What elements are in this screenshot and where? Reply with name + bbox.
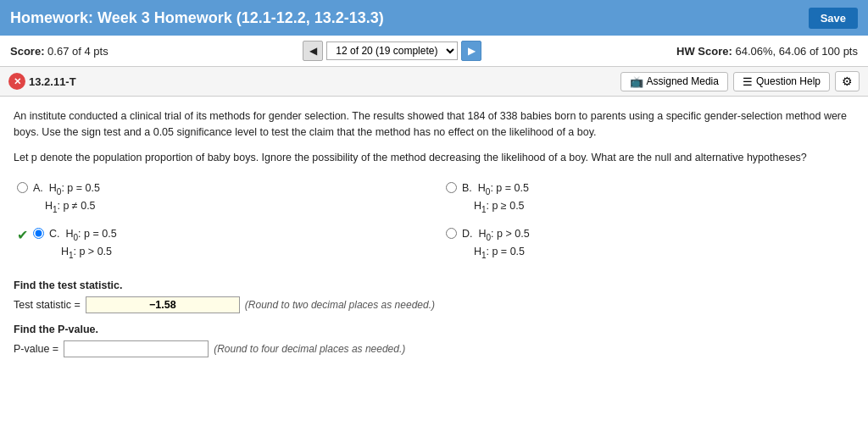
main-content: An institute conducted a clinical trial … xyxy=(0,97,868,379)
option-a-label: A. H0: p = 0.5 H1: p ≠ 0.5 xyxy=(33,180,100,216)
option-c-h1: H1: p > 0.5 xyxy=(49,246,112,257)
options-grid: A. H0: p = 0.5 H1: p ≠ 0.5 B. H0: p = 0.… xyxy=(14,178,854,264)
score-bar: Score: 0.67 of 4 pts ◀ 12 of 20 (19 comp… xyxy=(0,36,868,67)
option-b-h0: H0: p = 0.5 xyxy=(478,182,529,194)
option-b-label: B. H0: p = 0.5 H1: p ≥ 0.5 xyxy=(462,180,529,216)
option-a-radio[interactable] xyxy=(17,182,28,193)
toolbar: ✕ 13.2.11-T 📺 Assigned Media ☰ Question … xyxy=(0,67,868,97)
p-value-input[interactable] xyxy=(64,340,209,357)
test-statistic-label: Test statistic = xyxy=(14,299,81,311)
problem-text: An institute conducted a clinical trial … xyxy=(14,108,854,141)
option-d-h1: H1: p = 0.5 xyxy=(462,246,525,257)
question-id: 13.2.11-T xyxy=(29,75,76,88)
p-value-section-label: Find the P-value. xyxy=(14,324,854,335)
option-d-h0: H0: p > 0.5 xyxy=(478,228,529,240)
settings-button[interactable]: ⚙ xyxy=(835,71,860,91)
option-b-radio[interactable] xyxy=(446,182,457,193)
option-a: A. H0: p = 0.5 H1: p ≠ 0.5 xyxy=(14,178,426,219)
option-d-letter: D. xyxy=(462,228,476,240)
test-statistic-row: Test statistic = (Round to two decimal p… xyxy=(14,296,854,313)
page-title: Homework: Week 3 Homework (12.1-12.2, 13… xyxy=(10,9,384,27)
option-a-h0: H0: p = 0.5 xyxy=(49,182,100,194)
p-value-hint: (Round to four decimal places as needed.… xyxy=(214,343,405,355)
score-info: Score: 0.67 of 4 pts xyxy=(10,45,108,58)
hw-score: HW Score: 64.06%, 64.06 of 100 pts xyxy=(676,45,858,58)
option-d-radio[interactable] xyxy=(446,228,457,239)
nav-controls: ◀ 12 of 20 (19 complete) ▶ xyxy=(303,41,481,61)
option-c-radio[interactable] xyxy=(33,228,44,239)
option-a-letter: A. xyxy=(33,182,46,194)
toolbar-right: 📺 Assigned Media ☰ Question Help ⚙ xyxy=(620,71,860,91)
hypothesis-question: Let p denote the population proportion o… xyxy=(14,150,854,166)
test-statistic-input[interactable] xyxy=(86,296,240,313)
question-badge-icon: ✕ xyxy=(8,73,25,90)
correct-check-icon: ✔ xyxy=(17,227,28,243)
test-statistic-section-label: Find the test statistic. xyxy=(14,279,854,291)
hw-score-label: HW Score: xyxy=(676,45,732,58)
option-c-letter: C. xyxy=(49,228,63,240)
question-help-button[interactable]: ☰ Question Help xyxy=(733,72,830,91)
p-value-row: P-value = (Round to four decimal places … xyxy=(14,340,854,357)
question-help-label: Question Help xyxy=(756,75,821,87)
score-label: Score: xyxy=(10,45,44,58)
save-button[interactable]: Save xyxy=(809,8,858,29)
option-c-label: C. H0: p = 0.5 H1: p > 0.5 xyxy=(49,226,117,262)
option-c-h0: H0: p = 0.5 xyxy=(65,228,116,240)
prev-arrow[interactable]: ◀ xyxy=(303,41,323,61)
option-b-letter: B. xyxy=(462,182,475,194)
assigned-media-label: Assigned Media xyxy=(647,75,719,87)
page-header: Homework: Week 3 Homework (12.1-12.2, 13… xyxy=(0,0,868,36)
help-icon: ☰ xyxy=(743,75,753,88)
page-selector[interactable]: 12 of 20 (19 complete) xyxy=(326,41,458,60)
media-icon: 📺 xyxy=(630,75,643,88)
option-d-label: D. H0: p > 0.5 H1: p = 0.5 xyxy=(462,226,530,262)
assigned-media-button[interactable]: 📺 Assigned Media xyxy=(620,72,728,91)
question-id-badge: ✕ 13.2.11-T xyxy=(8,73,76,90)
gear-icon: ⚙ xyxy=(842,75,853,88)
option-b-h1: H1: p ≥ 0.5 xyxy=(462,200,525,212)
option-d: D. H0: p > 0.5 H1: p = 0.5 xyxy=(442,224,854,264)
option-c: ✔ C. H0: p = 0.5 H1: p > 0.5 xyxy=(14,224,426,264)
option-b: B. H0: p = 0.5 H1: p ≥ 0.5 xyxy=(442,178,854,219)
p-value-label: P-value = xyxy=(14,343,58,355)
option-a-h1: H1: p ≠ 0.5 xyxy=(33,200,96,212)
score-value: 0.67 of 4 pts xyxy=(47,45,108,58)
hw-score-value: 64.06%, 64.06 of 100 pts xyxy=(735,45,858,58)
next-arrow[interactable]: ▶ xyxy=(461,41,481,61)
test-statistic-hint: (Round to two decimal places as needed.) xyxy=(245,299,435,311)
